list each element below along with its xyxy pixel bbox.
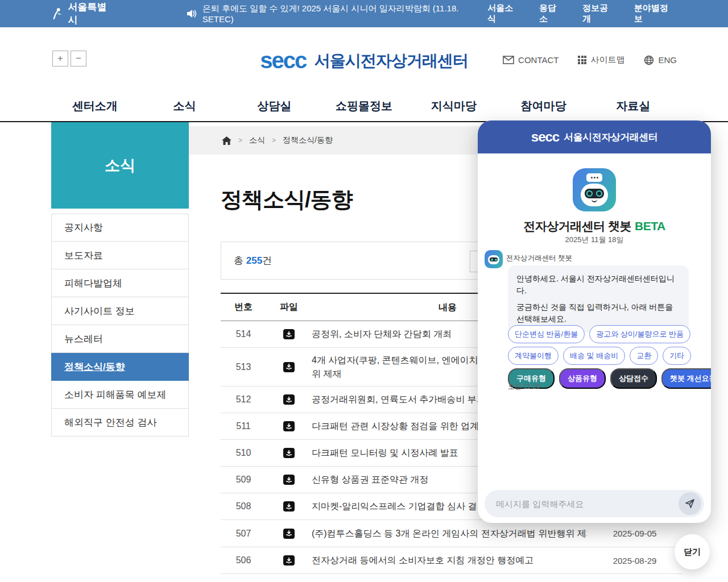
- gov-topbar: 서울특별시 은퇴 후에도 일할 수 있게! 2025 서울시 시니어 일자리박람…: [0, 0, 728, 27]
- chip-product-type[interactable]: 상품유형: [559, 368, 606, 389]
- sidebar-item-overseas-safety[interactable]: 해외직구 안전성 검사: [51, 409, 189, 436]
- download-icon[interactable]: [283, 529, 295, 539]
- row-number: 507: [221, 529, 266, 539]
- nav-item-center-intro[interactable]: 센터소개: [50, 98, 140, 114]
- download-icon[interactable]: [283, 448, 295, 458]
- chip-chatbot-feedback[interactable]: 챗봇 개선요청: [661, 368, 711, 389]
- chat-input-bar: [485, 490, 704, 517]
- chatbot-title: 전자상거래센터 챗봇BETA: [478, 218, 711, 234]
- sidebar-item-notices[interactable]: 공지사항: [51, 214, 189, 242]
- sidebar-menu: 공지사항 보도자료 피해다발업체 사기사이트 정보 뉴스레터 정책소식/동향 소…: [51, 214, 189, 436]
- chat-bubble-icon: [586, 173, 602, 182]
- chip-contract-breach[interactable]: 계약불이행: [508, 347, 559, 365]
- contact-label: CONTACT: [518, 55, 559, 65]
- row-title[interactable]: (주)컴투스홀딩스 등 3개 온라인 게임사의 전자상거래법 위반행위 제재: [312, 527, 584, 540]
- bot-message-bubble: 안녕하세요. 서울시 전자상거래센터센터입니다. 궁금하신 것을 직접 입력하거…: [508, 265, 689, 332]
- row-number: 513: [221, 362, 266, 372]
- header-utilities: CONTACT 사이트맵 ENG: [503, 55, 677, 65]
- send-button[interactable]: [679, 492, 701, 515]
- topbar-link-sector-info[interactable]: 분야별정보: [634, 3, 676, 24]
- topbar-link-info-disclosure[interactable]: 정보공개: [582, 3, 616, 24]
- topbar-link-seoul-news[interactable]: 서울소식: [487, 3, 521, 24]
- mail-icon: [503, 56, 514, 64]
- download-icon[interactable]: [283, 501, 295, 512]
- sitemap-grid-icon: [578, 56, 586, 64]
- download-icon[interactable]: [283, 475, 295, 485]
- nav-item-participation[interactable]: 참여마당: [499, 98, 589, 114]
- total-count: 총 255건: [234, 254, 272, 267]
- chip-exchange[interactable]: 교환: [630, 347, 658, 365]
- topbar-links: 서울소식 응답소 정보공개 분야별정보: [487, 3, 676, 24]
- row-number: 512: [221, 394, 266, 405]
- sidebar-item-policy-news[interactable]: 정책소식/동향: [51, 353, 189, 381]
- topbar-link-eungdapso[interactable]: 응답소: [539, 3, 564, 24]
- row-date: 2025-08-29: [587, 556, 682, 566]
- chatbot-header: secc 서울시전자상거래센터: [478, 120, 711, 153]
- language-link[interactable]: ENG: [644, 55, 677, 65]
- page-title: 정책소식/동향: [221, 185, 353, 214]
- table-row[interactable]: 506 전자상거래 등에서의 소비자보호 지침 개정안 행정예고 2025-08…: [221, 547, 682, 574]
- site-logo-text: 서울시전자상거래센터: [315, 52, 468, 69]
- chip-ad-mismatch-return[interactable]: 광고와 상이/불량으로 반품: [589, 325, 690, 343]
- download-icon[interactable]: [283, 362, 295, 372]
- nav-item-mall-info[interactable]: 쇼핑몰정보: [319, 98, 409, 114]
- sidebar-section-title: 소식: [51, 122, 189, 209]
- chip-counsel-request[interactable]: 상담접수: [610, 368, 657, 389]
- beta-badge: BETA: [635, 219, 665, 232]
- language-label: ENG: [658, 55, 677, 65]
- nav-item-knowledge[interactable]: 지식마당: [409, 98, 499, 114]
- sidebar-item-newsletter[interactable]: 뉴스레터: [51, 325, 189, 353]
- quick-reply-row-2: 계약불이행 배송 및 배송비 교환 기타: [508, 347, 691, 365]
- nav-item-news[interactable]: 소식: [140, 98, 230, 114]
- announcement-banner[interactable]: 은퇴 후에도 일할 수 있게! 2025 서울시 시니어 일자리박람회 (11.…: [187, 3, 487, 24]
- chat-message-input[interactable]: [496, 499, 679, 509]
- column-header-file: 파일: [266, 301, 312, 313]
- speaker-icon: [187, 9, 197, 18]
- secc-logo-mark: secc: [260, 48, 306, 73]
- row-number: 506: [221, 555, 266, 566]
- row-number: 511: [221, 421, 266, 431]
- globe-icon: [644, 55, 654, 65]
- row-number: 508: [221, 501, 266, 512]
- main-nav: 센터소개 소식 상담실 쇼핑몰정보 지식마당 참여마당 자료실: [0, 91, 728, 122]
- seoul-brand-label: 서울특별시: [68, 1, 116, 27]
- send-icon: [685, 498, 695, 509]
- chip-etc[interactable]: 기타: [663, 347, 691, 365]
- download-icon[interactable]: [283, 555, 295, 566]
- download-icon[interactable]: [283, 329, 295, 339]
- download-icon[interactable]: [283, 421, 295, 431]
- nav-item-counsel[interactable]: 상담실: [229, 98, 319, 114]
- breadcrumb-separator: >: [238, 136, 242, 144]
- row-number: 509: [221, 475, 266, 485]
- quick-reply-row-1: 단순변심 반품/환불 광고와 상이/불량으로 반품: [508, 325, 690, 343]
- row-number: 514: [221, 329, 266, 339]
- download-icon[interactable]: [283, 394, 295, 405]
- chip-delivery-fee[interactable]: 배송 및 배송비: [563, 347, 625, 365]
- sidebar-item-press[interactable]: 보도자료: [51, 242, 189, 269]
- chat-session-date: 2025년 11월 18일: [478, 235, 711, 245]
- home-icon: [222, 136, 231, 145]
- contact-link[interactable]: CONTACT: [503, 55, 559, 65]
- sidebar-item-scam-sites[interactable]: 사기사이트 정보: [51, 297, 189, 325]
- seoul-logo-icon: [50, 7, 64, 20]
- chatbot-header-logo-text: 서울시전자상거래센터: [564, 131, 657, 144]
- breadcrumb-item-policy-news[interactable]: 정책소식/동향: [283, 135, 333, 146]
- row-date: 2025-09-05: [587, 529, 682, 538]
- site-header: + − secc 서울시전자상거래센터 CONTACT 사이트맵 ENG: [0, 27, 728, 91]
- breadcrumb-item-news[interactable]: 소식: [249, 135, 265, 146]
- row-title[interactable]: 전자상거래 등에서의 소비자보호 지침 개정안 행정예고: [312, 554, 584, 567]
- sidebar-item-frequent-damage[interactable]: 피해다발업체: [51, 269, 189, 297]
- bot-name-label: 전자상거래센터 챗봇: [506, 253, 572, 263]
- sitemap-link[interactable]: 사이트맵: [578, 55, 624, 65]
- seoul-brand[interactable]: 서울특별시: [50, 1, 115, 27]
- announcement-text: 은퇴 후에도 일할 수 있게! 2025 서울시 시니어 일자리박람회 (11.…: [202, 3, 488, 24]
- chatbot-secc-logo-mark: secc: [531, 129, 559, 145]
- table-row[interactable]: 507 (주)컴투스홀딩스 등 3개 온라인 게임사의 전자상거래법 위반행위 …: [221, 520, 682, 547]
- message-timestamp: 오전 11:20: [508, 382, 540, 392]
- chip-simple-return[interactable]: 단순변심 반품/환불: [508, 325, 585, 343]
- sidebar-item-damage-forecast[interactable]: 소비자 피해품목 예보제: [51, 381, 189, 409]
- breadcrumb-home[interactable]: [222, 136, 231, 145]
- row-number: 510: [221, 448, 266, 458]
- chatbot-close-button[interactable]: 닫기: [675, 534, 710, 569]
- nav-item-resources[interactable]: 자료실: [588, 98, 678, 114]
